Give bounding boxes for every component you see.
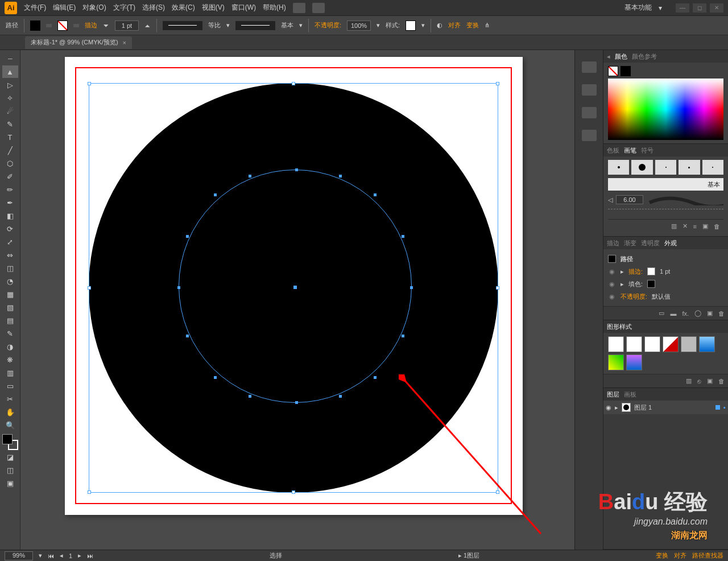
- blend-tool[interactable]: ◑: [2, 340, 18, 353]
- opacity-dropdown[interactable]: ▾: [377, 22, 380, 29]
- tab-swatches[interactable]: 色板: [607, 146, 619, 155]
- tab-symbols[interactable]: 符号: [641, 146, 653, 155]
- color-stroke-swatch[interactable]: [621, 66, 631, 76]
- stroke-dropdown[interactable]: [73, 24, 79, 27]
- brush-delete-icon[interactable]: 🗑: [714, 223, 720, 230]
- screen-mode[interactable]: ▣: [2, 477, 18, 489]
- fill-stroke-control[interactable]: [2, 434, 18, 450]
- styles-lib-icon[interactable]: ▥: [686, 377, 692, 385]
- style-swatch-6[interactable]: [699, 336, 715, 352]
- color-spectrum[interactable]: [608, 79, 723, 140]
- menu-effect[interactable]: 效果(C): [172, 3, 195, 13]
- direct-selection-tool[interactable]: ▷: [2, 79, 18, 91]
- footer-transform[interactable]: 变换: [656, 551, 668, 560]
- style-swatch-1[interactable]: [608, 336, 624, 352]
- dock-icon-4[interactable]: [582, 130, 597, 141]
- tab-artboards[interactable]: 画板: [624, 390, 636, 399]
- style-swatch-3[interactable]: [644, 336, 660, 352]
- window-minimize[interactable]: —: [676, 3, 689, 13]
- style-dropdown[interactable]: ▾: [421, 22, 425, 29]
- fx-button[interactable]: fx.: [682, 310, 689, 317]
- tab-transparency[interactable]: 透明度: [641, 239, 660, 248]
- magic-wand-tool[interactable]: ✧: [2, 92, 18, 104]
- visibility-icon[interactable]: ◉: [608, 293, 616, 300]
- perspective-tool[interactable]: ▦: [2, 288, 18, 300]
- zoom-dropdown[interactable]: ▾: [39, 552, 42, 559]
- styles-break-link-icon[interactable]: ⎋: [697, 378, 701, 385]
- free-transform-tool[interactable]: ◫: [2, 262, 18, 274]
- visibility-icon[interactable]: ◉: [608, 280, 616, 288]
- shape-tool[interactable]: ⬡: [2, 157, 18, 170]
- layout-btn-2[interactable]: [312, 3, 325, 13]
- shape-builder-tool[interactable]: ◔: [2, 275, 18, 287]
- pencil-tool[interactable]: ✏: [2, 183, 18, 196]
- close-icon[interactable]: ×: [123, 39, 126, 46]
- style-swatch-2[interactable]: [626, 336, 642, 352]
- draw-mode-row[interactable]: ◫: [2, 464, 18, 476]
- brush-preset-5[interactable]: [702, 160, 723, 175]
- fill-swatch[interactable]: [30, 20, 40, 31]
- appearance-stroke-row[interactable]: ◉ ▸ 描边: 1 pt: [608, 265, 723, 278]
- align-link[interactable]: 对齐: [448, 21, 461, 30]
- layer-target-icon[interactable]: [715, 405, 720, 410]
- styles-delete-icon[interactable]: 🗑: [718, 378, 725, 385]
- brush-basic-row[interactable]: 基本: [608, 178, 723, 191]
- stroke-stepper-down[interactable]: ⏷: [103, 22, 109, 29]
- clear-icon[interactable]: ◯: [694, 310, 701, 317]
- isolate-icon[interactable]: ⋔: [485, 22, 490, 29]
- footer-pathfinder[interactable]: 路径查找器: [692, 551, 723, 560]
- scale-tool[interactable]: ⤢: [2, 236, 18, 248]
- type-tool[interactable]: T: [2, 131, 18, 143]
- blob-brush-tool[interactable]: ✒: [2, 196, 18, 209]
- recolor-icon[interactable]: ◐: [437, 22, 442, 29]
- symbol-sprayer-tool[interactable]: ❋: [2, 353, 18, 366]
- layer-row[interactable]: ◉ ▸ 图层 1 ▪: [603, 401, 728, 414]
- tab-stroke[interactable]: 描边: [607, 239, 619, 248]
- window-maximize[interactable]: ◻: [693, 3, 706, 13]
- layer-expand-icon[interactable]: ▸: [615, 404, 618, 411]
- style-swatch-4[interactable]: [663, 336, 679, 352]
- panel-collapse-icon[interactable]: ◂: [607, 53, 610, 60]
- brush-preset-4[interactable]: [679, 160, 700, 175]
- brush-new-icon[interactable]: ▣: [702, 222, 708, 230]
- brush-timeline[interactable]: [608, 209, 723, 219]
- tab-layers[interactable]: 图层: [607, 390, 619, 399]
- appearance-fill-row[interactable]: ◉ ▸ 填色:: [608, 278, 723, 290]
- pen-tool[interactable]: ✎: [2, 118, 18, 130]
- stroke-weight-input[interactable]: [115, 20, 139, 31]
- zoom-tool[interactable]: 🔍: [2, 419, 18, 431]
- menu-file[interactable]: 文件(F): [24, 3, 46, 13]
- graph-tool[interactable]: ▥: [2, 366, 18, 379]
- menu-object[interactable]: 对象(O): [82, 3, 106, 13]
- dock-icon-3[interactable]: [582, 107, 597, 118]
- canvas[interactable]: [20, 50, 574, 550]
- new-stroke-icon[interactable]: ▭: [659, 310, 664, 317]
- menu-view[interactable]: 视图(V): [202, 3, 225, 13]
- profile-dropdown[interactable]: ▾: [226, 22, 230, 29]
- brush-preset-1[interactable]: [608, 160, 629, 175]
- fill-dropdown[interactable]: [46, 24, 52, 27]
- tab-graphic-styles[interactable]: 图形样式: [607, 323, 632, 331]
- opacity-label[interactable]: 不透明度:: [315, 21, 341, 30]
- width-tool[interactable]: ⇔: [2, 249, 18, 261]
- stroke-stepper-up[interactable]: ⏶: [144, 22, 151, 29]
- appearance-opacity-row[interactable]: ◉ 不透明度: 默认值: [608, 290, 723, 303]
- lasso-tool[interactable]: ☄: [2, 105, 18, 117]
- workspace-selector[interactable]: 基本功能: [624, 3, 652, 13]
- menu-window[interactable]: 窗口(W): [231, 3, 256, 13]
- menu-text[interactable]: 文字(T): [113, 3, 135, 13]
- visibility-icon[interactable]: ◉: [608, 268, 616, 275]
- menu-help[interactable]: 帮助(H): [263, 3, 286, 13]
- brush-preset-3[interactable]: [655, 160, 676, 175]
- brush-options-icon[interactable]: ≡: [693, 223, 697, 230]
- layer-name[interactable]: 图层 1: [634, 403, 652, 412]
- menu-edit[interactable]: 编辑(E): [53, 3, 76, 13]
- tool-grip[interactable]: ┄: [2, 52, 18, 65]
- opacity-input[interactable]: [347, 20, 371, 31]
- brush-preview[interactable]: [235, 21, 275, 30]
- tab-gradient[interactable]: 渐变: [624, 239, 636, 248]
- transform-link[interactable]: 变换: [466, 21, 479, 30]
- brush-preset-2[interactable]: [631, 160, 652, 175]
- tab-appearance[interactable]: 外观: [664, 239, 677, 248]
- style-swatch[interactable]: [406, 20, 416, 31]
